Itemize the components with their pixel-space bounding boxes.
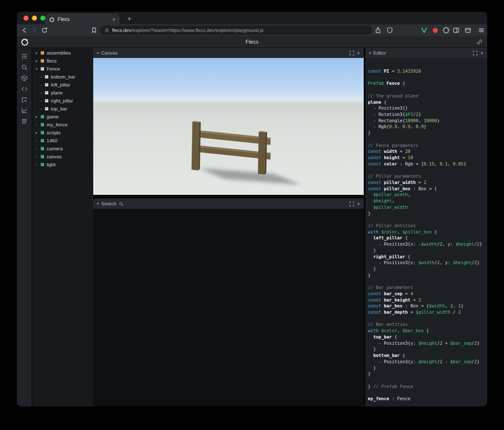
- tree-item-assemblies[interactable]: ▸assemblies: [32, 49, 93, 57]
- extension-v-button[interactable]: [421, 27, 428, 34]
- code-line: - Position3{x: $width/2, y: $height/2}: [368, 260, 487, 266]
- script-editor[interactable]: const PI = 3.1415926 Prefab Fence { // T…: [365, 58, 487, 406]
- tree-item-label: my_fence: [47, 122, 68, 127]
- url-bar[interactable]: flecs.dev/explorer/?wasm=https://www.fle…: [100, 26, 372, 35]
- leaf-dash-icon: –: [36, 154, 41, 159]
- tree-item-camera[interactable]: –camera: [32, 144, 93, 152]
- menu-button[interactable]: [478, 27, 485, 34]
- lock-icon: [105, 28, 109, 33]
- share-link-button[interactable]: [476, 39, 483, 45]
- app-header: Flecs: [17, 36, 487, 48]
- tree-item-left_pillar[interactable]: –left_pillar: [32, 81, 93, 89]
- search-icon[interactable]: [21, 64, 28, 71]
- tree-item-1460[interactable]: –1460: [32, 136, 93, 144]
- chevron-right-icon[interactable]: ▸: [36, 59, 41, 63]
- tree-item-label: left_pillar: [51, 82, 70, 87]
- editor-panel-title: Editor: [373, 50, 386, 55]
- zoom-window-button[interactable]: [40, 16, 45, 21]
- code-line: top_bar {: [368, 334, 487, 340]
- chevron-down-icon[interactable]: ▾: [36, 67, 41, 71]
- tree-item-label: plane: [51, 90, 63, 95]
- tree-item-canvas[interactable]: –canvas: [32, 152, 93, 160]
- tree-item-light[interactable]: –light: [32, 160, 93, 168]
- search-magnifier-icon: [119, 202, 123, 206]
- cube-icon[interactable]: [21, 75, 28, 81]
- puzzle-icon: [443, 27, 449, 34]
- entity-type-square: [41, 147, 44, 150]
- extension-red-button[interactable]: [433, 28, 438, 33]
- code-line: // Pillar parameters: [368, 173, 487, 179]
- share-button[interactable]: [375, 27, 381, 34]
- wallet-button[interactable]: [465, 27, 471, 34]
- leaf-dash-icon: –: [36, 138, 41, 143]
- code-line: }: [368, 371, 487, 377]
- minimize-window-button[interactable]: [32, 16, 37, 21]
- code-line: my_fence : Fence: [368, 396, 487, 402]
- tree-view-icon[interactable]: [21, 53, 28, 60]
- code-line: [368, 315, 487, 322]
- 3d-viewport[interactable]: [93, 58, 364, 195]
- tree-item-label: Fence: [47, 66, 60, 71]
- tree-item-bottom_bar[interactable]: –bottom_bar: [32, 73, 93, 81]
- tree-item-scripts[interactable]: ▸scripts: [32, 128, 93, 136]
- bookmark-button[interactable]: [91, 27, 97, 34]
- inspect-icon[interactable]: [21, 97, 28, 103]
- canvas-panel: Canvas ×: [93, 48, 364, 195]
- shield-icon: [386, 27, 393, 34]
- code-line: - Rectangle{10000, 10000}: [368, 118, 487, 124]
- chart-icon[interactable]: [21, 107, 28, 114]
- shield-button[interactable]: [386, 27, 393, 34]
- code-line: const bar_sep = 4: [368, 291, 487, 297]
- entity-type-square: [41, 155, 44, 158]
- search-panel-title: Search: [101, 201, 116, 206]
- chevron-right-icon[interactable]: ▸: [36, 115, 41, 119]
- code-line: const color : Rgb = {0.15, 0.1, 0.05}: [368, 161, 487, 167]
- close-panel-icon[interactable]: ×: [357, 201, 360, 207]
- tree-item-top_bar[interactable]: –top_bar: [32, 105, 93, 113]
- flecs-favicon: [49, 17, 55, 22]
- rows-icon[interactable]: [21, 118, 28, 125]
- sidebar-toggle-button[interactable]: [453, 27, 459, 34]
- tree-item-label: bottom_bar: [51, 74, 75, 79]
- chevron-right-icon[interactable]: ▸: [36, 51, 41, 55]
- expand-panel-icon[interactable]: [349, 202, 354, 206]
- tree-item-right_pillar[interactable]: –right_pillar: [32, 97, 93, 105]
- search-results-area[interactable]: [93, 209, 364, 406]
- close-panel-icon[interactable]: ×: [357, 50, 360, 56]
- tree-item-label: light: [47, 162, 55, 167]
- entity-tree-list: ▸assemblies▸flecs▾Fence–bottom_bar–left_…: [32, 49, 93, 168]
- expand-panel-icon[interactable]: [473, 51, 478, 55]
- reload-icon: [41, 27, 48, 34]
- code-line: const height = 10: [368, 155, 487, 161]
- code-icon[interactable]: [21, 86, 28, 92]
- leaf-dash-icon: –: [36, 162, 41, 167]
- browser-tab[interactable]: Flecs ×: [45, 14, 119, 24]
- code-line: [368, 377, 487, 383]
- back-button[interactable]: [21, 27, 28, 34]
- tree-item-game[interactable]: ▸game: [32, 113, 93, 121]
- forward-button[interactable]: [31, 27, 38, 34]
- tree-item-label: camera: [47, 146, 63, 151]
- close-window-button[interactable]: [24, 16, 29, 21]
- editor-code[interactable]: const PI = 3.1415926 Prefab Fence { // T…: [368, 68, 487, 402]
- search-panel-header: Search ×: [93, 199, 364, 209]
- reload-button[interactable]: [41, 27, 48, 34]
- extensions-button[interactable]: [443, 27, 449, 34]
- new-tab-button[interactable]: +: [124, 14, 134, 24]
- close-panel-icon[interactable]: ×: [480, 50, 483, 56]
- tab-title: Flecs: [58, 16, 109, 22]
- code-line: const bar_height = 2: [368, 297, 487, 303]
- code-line: $pillar_width: [368, 204, 487, 210]
- tree-item-flecs[interactable]: ▸flecs: [32, 57, 93, 65]
- tab-close-icon[interactable]: ×: [112, 17, 116, 22]
- tree-item-my_fence[interactable]: –my_fence: [32, 121, 93, 128]
- leaf-dash-icon: –: [40, 90, 45, 95]
- leaf-dash-icon: –: [40, 98, 45, 103]
- chevron-right-icon[interactable]: ▸: [36, 131, 41, 135]
- hamburger-icon: [478, 27, 485, 34]
- tree-item-plane[interactable]: –plane: [32, 89, 93, 97]
- tree-item-Fence[interactable]: ▾Fence: [32, 65, 93, 73]
- entity-type-square: [41, 139, 44, 142]
- expand-panel-icon[interactable]: [349, 51, 354, 55]
- panel-dot-icon: [369, 52, 371, 54]
